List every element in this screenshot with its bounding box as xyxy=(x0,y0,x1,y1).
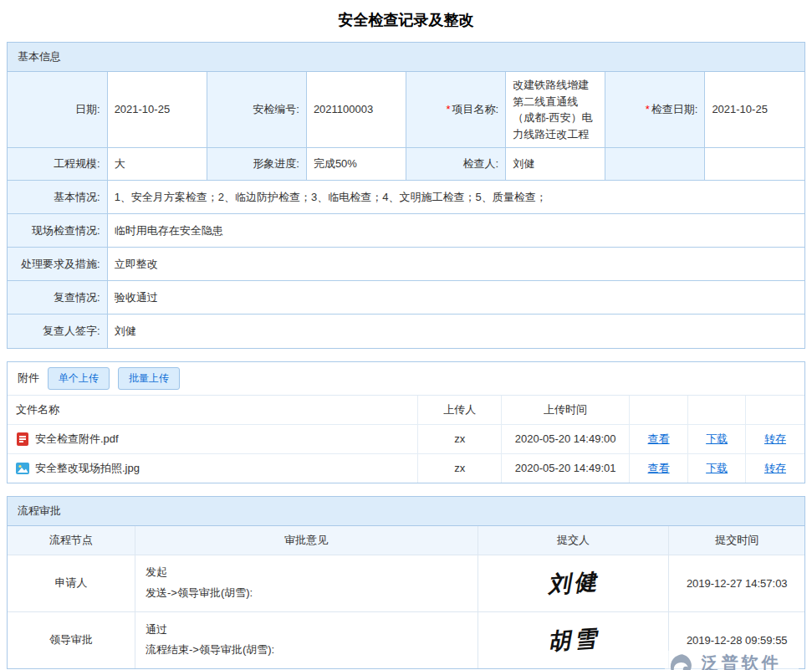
download-link[interactable]: 下载 xyxy=(706,432,728,445)
handling-measures-label: 处理要求及措施: xyxy=(8,248,107,281)
date-label: 日期: xyxy=(8,72,107,148)
progress-value: 完成50% xyxy=(306,148,406,181)
recheck-status-label: 复查情况: xyxy=(8,281,107,315)
pdf-file-icon xyxy=(16,432,29,446)
required-mark: * xyxy=(446,103,450,115)
project-name-label: *项目名称: xyxy=(406,72,506,148)
handwritten-signature: 胡雪 xyxy=(546,623,600,657)
view-link[interactable]: 查看 xyxy=(648,462,670,474)
basic-situation-label: 基本情况: xyxy=(8,181,107,214)
save-as-link[interactable]: 转存 xyxy=(764,462,786,474)
flow-node-header: 流程节点 xyxy=(8,526,135,555)
site-check-value: 临时用电存在安全隐患 xyxy=(107,214,804,248)
inspection-code-label: 安检编号: xyxy=(207,72,306,148)
actions-header-cell xyxy=(629,396,688,425)
inspection-code-value: 2021100003 xyxy=(306,72,406,148)
recheck-status-value: 验收通过 xyxy=(107,281,804,315)
attachments-header: 附件 单个上传 批量上传 xyxy=(8,362,804,396)
view-link[interactable]: 查看 xyxy=(648,432,670,445)
submitter-signature-cell: 刘健 xyxy=(477,555,669,611)
recheck-signer-value: 刘健 xyxy=(107,315,804,348)
opinion-header: 审批意见 xyxy=(135,526,477,555)
actions-header-cell xyxy=(688,396,746,425)
approval-title: 流程审批 xyxy=(18,504,61,517)
progress-label: 形象进度: xyxy=(207,148,306,181)
file-name[interactable]: 安全整改现场拍照.jpg xyxy=(35,461,140,476)
approval-table: 流程节点 审批意见 提交人 提交时间 申请人 发起 发送->领导审批(胡雪): … xyxy=(8,526,804,669)
page: 安全检查记录及整改 基本信息 日期: 2021-10-25 安检编号: 2021… xyxy=(0,0,812,670)
handwritten-signature: 刘健 xyxy=(546,566,600,600)
check-date-value: 2021-10-25 xyxy=(705,72,804,148)
inspector-value: 刘健 xyxy=(506,148,605,181)
attachment-row: 安全检查附件.pdf zx 2020-05-20 14:49:00 查看 下载 … xyxy=(8,424,804,453)
image-file-icon xyxy=(16,462,29,475)
file-name-header: 文件名称 xyxy=(8,396,418,425)
approval-section: 流程审批 流程节点 审批意见 提交人 提交时间 申请人 发起 发送->领导审批(… xyxy=(7,496,805,670)
attachments-section: 附件 单个上传 批量上传 文件名称 上传人 上传时间 xyxy=(7,361,805,483)
download-link[interactable]: 下载 xyxy=(706,462,728,474)
project-scale-value: 大 xyxy=(107,148,207,181)
empty-label-cell xyxy=(605,148,705,181)
flow-node: 申请人 xyxy=(8,555,135,611)
basic-info-table: 日期: 2021-10-25 安检编号: 2021100003 *项目名称: 改… xyxy=(8,72,804,348)
upload-time: 2020-05-20 14:49:00 xyxy=(502,424,629,453)
upload-time-header: 上传时间 xyxy=(502,396,629,425)
inspector-label: 检查人: xyxy=(406,148,506,181)
vendor-brand-name: 泛普软件 xyxy=(702,652,795,670)
page-title: 安全检查记录及整改 xyxy=(7,10,805,30)
vendor-watermark: 泛普软件 www.fanpusoft.com xyxy=(665,651,799,670)
submitter-header: 提交人 xyxy=(477,526,669,555)
uploader: zx xyxy=(418,453,502,483)
check-date-label: *检查日期: xyxy=(605,72,705,148)
flow-node: 领导审批 xyxy=(8,611,135,668)
basic-info-header: 基本信息 xyxy=(8,43,804,72)
attachment-row: 安全整改现场拍照.jpg zx 2020-05-20 14:49:01 查看 下… xyxy=(8,453,804,483)
handling-measures-value: 立即整改 xyxy=(107,248,804,281)
basic-situation-value: 1、安全月方案检查；2、临边防护检查；3、临电检查；4、文明施工检查；5、质量检… xyxy=(107,181,804,214)
approval-opinion: 发起 发送->领导审批(胡雪): xyxy=(135,555,477,611)
batch-upload-button[interactable]: 批量上传 xyxy=(118,367,180,390)
basic-info-section: 基本信息 日期: 2021-10-25 安检编号: 2021100003 *项目… xyxy=(7,42,805,349)
upload-time: 2020-05-20 14:49:01 xyxy=(502,453,629,483)
site-check-label: 现场检查情况: xyxy=(8,214,107,248)
empty-value-cell xyxy=(705,148,804,181)
approval-row: 申请人 发起 发送->领导审批(胡雪): 刘健 2019-12-27 14:57… xyxy=(8,555,804,611)
vendor-logo-icon xyxy=(668,652,697,670)
single-upload-button[interactable]: 单个上传 xyxy=(48,367,110,390)
project-scale-label: 工程规模: xyxy=(8,148,107,181)
uploader-header: 上传人 xyxy=(418,396,502,425)
attachments-table: 文件名称 上传人 上传时间 安全检查附件.pdf zx 2020-0 xyxy=(8,396,804,483)
save-as-link[interactable]: 转存 xyxy=(764,432,786,445)
recheck-signer-label: 复查人签字: xyxy=(8,315,107,348)
submitter-signature-cell: 胡雪 xyxy=(477,611,669,668)
file-name[interactable]: 安全检查附件.pdf xyxy=(35,432,119,447)
project-name-value: 改建铁路线增建第二线直通线（成都-西安）电力线路迁改工程 xyxy=(506,72,605,148)
actions-header-cell xyxy=(745,396,804,425)
attachments-title: 附件 xyxy=(18,371,39,386)
approval-opinion: 通过 流程结束->领导审批(胡雪): xyxy=(135,611,477,668)
basic-info-title: 基本信息 xyxy=(18,50,61,63)
date-value: 2021-10-25 xyxy=(107,72,207,148)
required-mark: * xyxy=(646,103,650,115)
uploader: zx xyxy=(418,424,502,453)
submit-time: 2019-12-27 14:57:03 xyxy=(669,555,804,611)
submit-time-header: 提交时间 xyxy=(669,526,804,555)
approval-header: 流程审批 xyxy=(8,497,804,526)
